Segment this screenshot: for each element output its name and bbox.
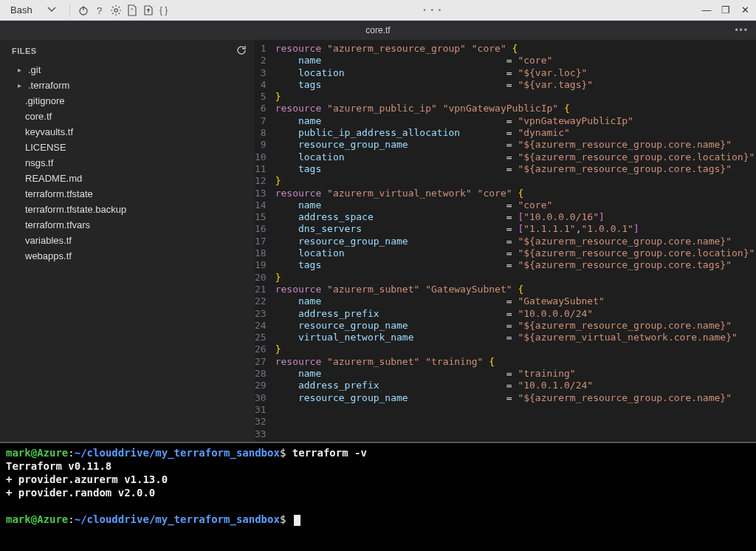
file-item[interactable]: nsgs.tf [13, 155, 255, 171]
file-label: webapps.tf [25, 250, 72, 261]
file-item[interactable]: LICENSE [13, 140, 255, 155]
file-label: .git [28, 64, 41, 75]
minimize-button[interactable]: — [701, 5, 712, 16]
file-label: variables.tf [25, 235, 72, 246]
line-gutter: 1234567891011121314151617181920212223242… [255, 40, 275, 442]
overflow-dots: • • • [423, 6, 442, 14]
terminal-path: ~/clouddrive/my_terraform_sandbox [75, 447, 280, 459]
file-label: core.tf [25, 111, 52, 122]
file-item[interactable]: terraform.tfstate [13, 186, 255, 202]
close-button[interactable]: ✕ [740, 5, 750, 16]
file-label: .gitignore [25, 95, 64, 106]
divider [69, 4, 70, 17]
file-item[interactable]: terraform.tfstate.backup [13, 202, 255, 217]
terminal-output: Terraform v0.11.8 + provider.azurerm v1.… [6, 460, 168, 499]
terminal[interactable]: mark@Azure:~/clouddrive/my_terraform_san… [0, 442, 756, 551]
help-icon[interactable]: ? [94, 4, 106, 16]
file-item[interactable]: core.tf [13, 109, 255, 124]
file-label: terraform.tfstate [25, 188, 93, 199]
terminal-command: terraform -v [292, 447, 367, 459]
upload-icon[interactable] [142, 4, 154, 16]
file-tree: ▸.git▸.terraform.gitignorecore.tfkeyvaul… [0, 62, 255, 264]
files-label: FILES [12, 47, 37, 55]
active-tab-filename[interactable]: core.tf [365, 25, 390, 35]
file-label: terraform.tfvars [25, 219, 90, 230]
file-item[interactable]: webapps.tf [13, 248, 255, 264]
file-item[interactable]: keyvaults.tf [13, 124, 255, 140]
file-item[interactable]: terraform.tfvars [13, 217, 255, 233]
file-explorer: FILES ▸.git▸.terraform.gitignorecore.tfk… [0, 40, 255, 442]
main-area: FILES ▸.git▸.terraform.gitignorecore.tfk… [0, 40, 756, 442]
shell-selector[interactable]: Bash [6, 1, 62, 18]
braces-icon[interactable]: { } [159, 4, 171, 16]
file-item[interactable]: .gitignore [13, 93, 255, 109]
terminal-cursor [294, 515, 300, 526]
settings-icon[interactable] [110, 4, 122, 16]
folder-caret-icon: ▸ [18, 66, 25, 74]
editor-tabbar: core.tf ••• [0, 21, 756, 40]
file-label: .terraform [28, 80, 69, 91]
toolbar: Bash ? { } • • • — ❐ ✕ [0, 0, 756, 21]
terminal-user: mark [6, 447, 31, 459]
power-icon[interactable] [78, 4, 89, 16]
maximize-button[interactable]: ❐ [721, 5, 731, 16]
new-file-icon[interactable] [126, 4, 138, 16]
file-item[interactable]: README.md [13, 171, 255, 186]
chevron-down-icon [46, 3, 58, 17]
file-item[interactable]: ▸.terraform [13, 78, 255, 93]
file-label: LICENSE [25, 142, 66, 153]
file-explorer-header: FILES [0, 40, 255, 62]
refresh-icon[interactable] [236, 44, 247, 58]
svg-point-3 [114, 8, 117, 11]
file-item[interactable]: ▸.git [13, 62, 255, 78]
svg-text:?: ? [97, 5, 102, 16]
terminal-host: Azure [37, 447, 68, 459]
svg-text:{ }: { } [159, 5, 168, 16]
file-item[interactable]: variables.tf [13, 233, 255, 248]
file-label: nsgs.tf [25, 157, 53, 168]
tab-more-icon[interactable]: ••• [735, 25, 749, 35]
window-controls: — ❐ ✕ [701, 5, 750, 16]
code-editor[interactable]: 1234567891011121314151617181920212223242… [255, 40, 756, 442]
file-label: terraform.tfstate.backup [25, 204, 126, 215]
folder-caret-icon: ▸ [18, 81, 25, 89]
code-content[interactable]: resource "azurerm_resource_group" "core"… [275, 40, 755, 442]
file-label: README.md [25, 173, 82, 184]
file-label: keyvaults.tf [25, 126, 73, 137]
shell-label: Bash [10, 4, 32, 16]
